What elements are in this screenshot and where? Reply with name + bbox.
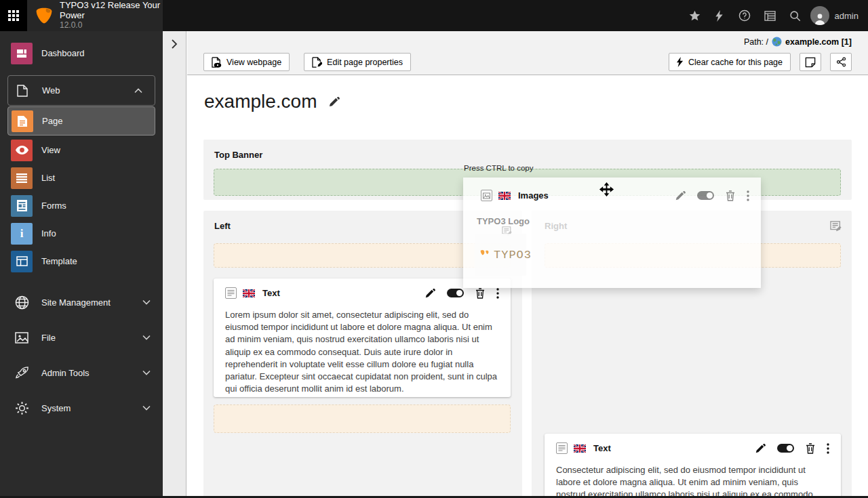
edit-title-pencil-icon[interactable] [328,96,340,108]
sidebar-item-list[interactable]: List [0,164,163,192]
sidebar-item-system[interactable]: System [0,390,163,426]
chevron-up-icon [134,88,142,94]
search-icon [789,10,801,22]
gear-icon [11,401,33,415]
text-content-icon [556,442,568,454]
app-grid-icon [8,10,19,21]
sidebar-item-label: File [41,333,56,343]
image-item-title: TYPO3 Logo [477,216,530,226]
content-element-body: Consectetur adipiscing elit, sed do eius… [545,458,841,498]
sidebar-item-forms[interactable]: Forms [0,192,163,220]
star-icon [689,10,701,22]
typo3-logo-wordmark: TYPO3 [494,249,532,262]
edit-column-icon[interactable] [830,221,842,232]
page-title: example.com [204,91,340,112]
drag-copy-hint: Press CTRL to copy [464,164,533,172]
sidebar-item-label: Site Management [41,297,111,308]
page-globe-icon [772,37,782,47]
chevron-down-icon [142,370,151,375]
sidebar-item-label: List [41,173,55,183]
delete-trash-icon[interactable] [475,288,485,299]
edit-pencil-icon[interactable] [425,288,435,299]
sidebar-item-label: Dashboard [41,48,85,58]
sidebar-item-label: System [41,403,71,413]
clear-cache-topbar-button[interactable] [707,0,732,31]
flag-en-icon [498,192,511,200]
sidebar-item-info[interactable]: i Info [0,220,163,247]
delete-trash-icon[interactable] [806,443,815,454]
user-avatar [810,6,829,25]
search-button[interactable] [783,0,808,31]
more-options-kebab-icon [747,190,749,201]
sidebar-item-file[interactable]: File [0,320,163,355]
edit-page-properties-button[interactable]: Edit page properties [304,53,411,71]
move-cursor-icon [599,182,614,197]
sidebar-item-site-management[interactable]: Site Management [0,285,163,320]
page-notes-button[interactable] [800,53,821,71]
column-label: Left [214,221,231,231]
page-tree-expand-button[interactable] [169,39,180,49]
sidebar-item-label: Info [41,228,56,238]
share-button[interactable] [830,53,852,71]
sidebar-item-web[interactable]: Web [7,75,155,106]
edit-pencil-icon[interactable] [755,443,766,454]
clear-cache-label: Clear cache for this page [688,58,783,67]
bolt-icon [715,10,724,22]
app-title: TYPO3 v12 Release Your Power [60,1,163,21]
more-options-kebab-icon[interactable] [827,443,829,454]
chevron-down-icon [142,299,151,305]
visibility-toggle-icon[interactable] [447,289,464,297]
content-element-text-right[interactable]: Text Consectetur adipisci [545,434,841,498]
sidebar-item-page[interactable]: Page [7,106,155,136]
flag-en-icon [243,289,255,297]
web-module-icon [12,85,33,97]
info-module-icon: i [11,223,33,245]
help-circle-icon [738,9,751,22]
flag-en-icon [574,444,586,453]
user-menu[interactable]: admin [808,6,868,25]
sidebar-item-view[interactable]: View [0,136,163,164]
content-element-text-left[interactable]: Text Lorem ipsum dolor si [214,278,511,397]
systeminformation-button[interactable] [757,0,783,31]
content-element-type: Images [518,190,549,201]
note-icon [805,57,816,68]
clear-cache-button[interactable]: Clear cache for this page [669,53,791,71]
view-webpage-button[interactable]: View webpage [203,53,290,71]
page-module-icon [12,110,33,132]
content-element-header: Images [481,190,749,201]
current-page-reference: example.com [1] [785,37,852,47]
sidebar-item-label: Admin Tools [41,368,90,378]
breadcrumb: Path: / example.com [1] [744,37,852,47]
username-label: admin [835,11,859,21]
module-menu-toggle-button[interactable] [0,0,27,31]
sidebar-item-dashboard[interactable]: Dashboard [0,39,163,67]
content-element-header: Text [545,434,841,458]
bookmarks-button[interactable] [682,0,707,31]
sidebar-item-admin-tools[interactable]: Admin Tools [0,355,163,390]
site-brand[interactable]: TYPO3 v12 Release Your Power 12.0.0 [27,0,163,31]
list-module-icon [11,167,33,189]
more-options-kebab-icon[interactable] [496,288,499,299]
sidebar-item-template[interactable]: Template [0,247,163,275]
forms-module-icon [11,195,33,217]
file-image-icon [11,332,33,344]
page-tree-collapsed-panel [163,31,186,498]
image-content-icon [481,190,492,201]
content-element-type: Text [262,288,280,298]
content-element-type: Text [593,443,611,453]
system-list-icon [764,11,776,21]
top-bar: TYPO3 v12 Release Your Power 12.0.0 [0,0,868,31]
typo3-logo-mark-icon [479,249,491,260]
sidebar-item-label: Forms [41,201,66,211]
doc-header: Path: / example.com [1] View webpage Edi… [187,31,868,75]
page-title-text: example.com [204,91,317,112]
sidebar-item-label: Page [42,116,62,126]
visibility-toggle-icon [697,191,714,200]
module-menu: Dashboard Web Page View List Forms [0,31,163,498]
dropzone-left-bottom[interactable] [214,404,511,433]
visibility-toggle-icon[interactable] [777,444,794,453]
edit-page-properties-label: Edit page properties [327,58,403,67]
sidebar-item-label: View [41,145,60,155]
text-content-icon [225,287,237,299]
help-button[interactable] [732,0,757,31]
